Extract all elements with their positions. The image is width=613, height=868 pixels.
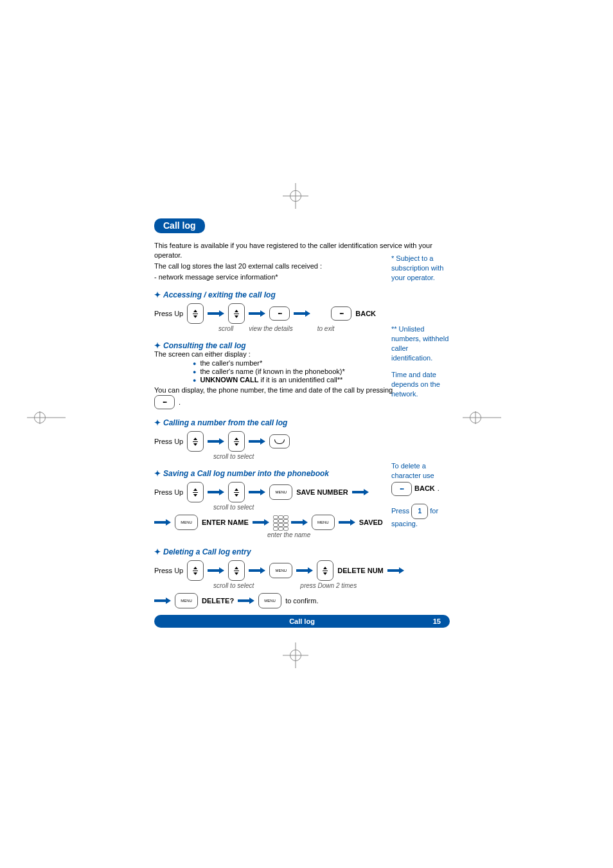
svg-marker-2 [294,310,310,317]
caption: to exit [317,325,335,332]
arrow-right-icon [154,519,171,526]
sidebar-notes: ** Unlisted numbers, withheld caller ide… [391,324,450,407]
caption: press Down 2 times [300,582,357,589]
side-note: Time and date depends on the network. [391,370,450,399]
period: . [179,398,181,406]
caption: scroll to select [213,504,254,511]
svg-marker-14 [296,567,313,574]
svg-marker-5 [208,489,224,495]
arrow-right-icon [208,567,224,574]
nav-button-icon [187,482,204,502]
side-note: Press 1 for spacing. [391,504,450,529]
arrow-right-icon [387,567,404,574]
svg-marker-8 [154,519,171,526]
side-note: To delete a character use BACK. [391,461,450,496]
press-up-label: Press Up [154,488,183,496]
press-up-label: Press Up [154,438,183,445]
svg-marker-10 [291,519,308,526]
svg-marker-12 [208,567,224,574]
crop-mark-icon [283,183,308,209]
arrow-right-icon [352,489,369,495]
caption: view the details [249,325,292,332]
svg-marker-13 [249,567,265,574]
section-deleting: ✦Deleting a Call log entry Press Up MENU… [154,547,450,608]
nav-button-icon [187,431,204,452]
page-footer: Call log 15 [154,615,450,628]
arrow-right-icon [154,598,171,604]
svg-marker-1 [249,310,265,317]
arrow-right-icon [296,567,313,574]
saved-label: SAVED [359,518,383,526]
side-note: * Subject to a subscription with your op… [391,254,450,283]
svg-marker-9 [253,519,269,526]
arrow-right-icon [249,438,265,445]
arrow-right-icon [249,489,265,495]
key-1-icon: 1 [411,504,428,519]
back-label: BACK [414,484,435,493]
svg-marker-7 [352,489,369,495]
menu-button-icon: MENU [269,563,292,578]
caption: scroll [218,325,233,332]
arrow-right-icon [253,519,269,526]
delete-question-label: DELETE? [202,597,234,605]
call-button-icon [269,434,290,448]
crop-mark-icon [463,405,488,430]
crop-mark-icon [27,405,53,430]
press-up-label: Press Up [154,310,183,317]
arrow-right-icon [208,310,224,317]
nav-button-icon [228,431,245,452]
footer-label: Call log [289,617,315,625]
arrow-right-icon [208,489,224,495]
page: Call log This feature is available if yo… [0,0,613,868]
menu-button-icon: MENU [175,593,198,608]
keypad-icon [273,515,287,529]
svg-marker-15 [387,567,404,574]
side-note: ** Unlisted numbers, withheld caller ide… [391,324,450,362]
save-number-label: SAVE NUMBER [296,488,348,496]
nav-button-icon [228,482,245,502]
svg-marker-3 [208,438,224,445]
back-label: BACK [355,310,376,317]
section-heading: ✦Deleting a Call log entry [154,547,450,556]
svg-marker-0 [208,310,224,317]
svg-marker-6 [249,489,265,495]
svg-marker-11 [339,519,355,526]
delete-num-label: DELETE NUM [337,567,384,574]
enter-name-label: ENTER NAME [202,518,249,526]
arrow-right-icon [339,519,355,526]
caption: enter the name [267,531,310,538]
softkey-button-icon [331,306,351,321]
menu-button-icon: MENU [258,593,281,608]
nav-button-icon [187,560,204,581]
softkey-button-icon [154,395,175,409]
section-title-badge: Call log [154,218,205,233]
softkey-button-icon [269,306,290,321]
arrow-right-icon [208,438,224,445]
caption: scroll to select [213,582,254,589]
arrow-right-icon [238,598,254,604]
section-calling: ✦Calling a number from the call log Pres… [154,418,450,460]
svg-marker-4 [249,438,265,445]
sidebar-notes: * Subject to a subscription with your op… [391,254,450,290]
arrow-right-icon [249,567,265,574]
menu-button-icon: MENU [312,515,335,530]
press-up-label: Press Up [154,567,183,574]
menu-button-icon: MENU [269,484,292,500]
arrow-right-icon [249,310,265,317]
caption: scroll to select [213,453,254,460]
arrow-right-icon [291,519,308,526]
sidebar-notes: To delete a character use BACK. Press 1 … [391,461,450,536]
softkey-button-icon [391,482,412,496]
crop-mark-icon [283,642,308,668]
confirm-label: to confirm. [285,597,318,605]
arrow-right-icon [294,310,310,317]
section-heading: ✦Calling a number from the call log [154,418,450,427]
nav-button-icon [228,303,245,324]
page-number: 15 [433,617,441,625]
section-heading: ✦Accessing / exiting the call log [154,290,450,299]
nav-button-icon [187,303,204,324]
nav-button-icon [317,560,333,581]
menu-button-icon: MENU [175,515,198,530]
svg-marker-17 [238,598,254,604]
nav-button-icon [228,560,245,581]
